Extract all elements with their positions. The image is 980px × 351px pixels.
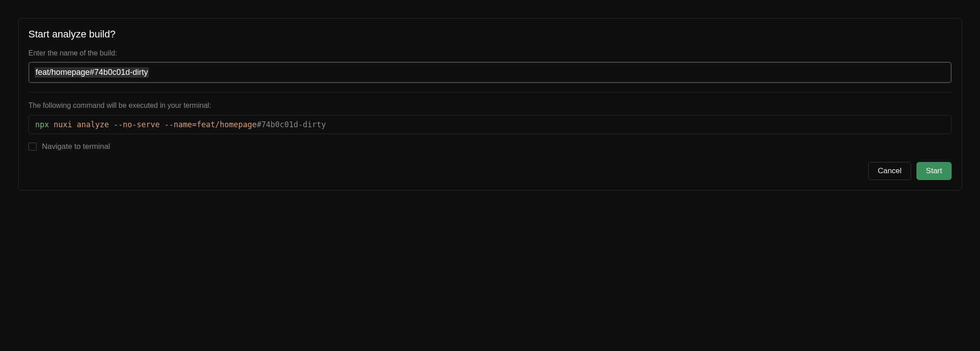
start-button[interactable]: Start (916, 162, 952, 180)
cancel-button[interactable]: Cancel (868, 162, 911, 180)
command-token: #74b0c01d-dirty (256, 120, 326, 129)
build-name-input[interactable]: feat/homepage#74b0c01d-dirty (30, 64, 950, 81)
command-token: nuxi (54, 120, 72, 129)
build-name-input-wrapper[interactable]: feat/homepage#74b0c01d-dirty (28, 62, 952, 83)
divider (28, 92, 952, 92)
navigate-to-terminal-checkbox[interactable] (28, 143, 37, 151)
command-token: --name=feat/homepage (165, 120, 257, 129)
command-preview: npx nuxi analyze --no-serve --name=feat/… (28, 115, 952, 134)
dialog-title: Start analyze build? (28, 28, 952, 40)
build-name-label: Enter the name of the build: (28, 49, 952, 57)
command-token (109, 120, 114, 129)
navigate-to-terminal-label[interactable]: Navigate to terminal (42, 142, 110, 151)
analyze-build-dialog: Start analyze build? Enter the name of t… (18, 18, 962, 190)
command-token: npx (35, 120, 49, 129)
dialog-button-row: Cancel Start (28, 162, 952, 180)
build-name-input-value: feat/homepage#74b0c01d-dirty (35, 67, 149, 78)
command-token (160, 120, 164, 129)
command-token (49, 120, 54, 129)
command-token: --no-serve (114, 120, 160, 129)
command-token: analyze (77, 120, 109, 129)
command-token (72, 120, 77, 129)
navigate-checkbox-row[interactable]: Navigate to terminal (28, 142, 952, 151)
command-label: The following command will be executed i… (28, 102, 952, 110)
